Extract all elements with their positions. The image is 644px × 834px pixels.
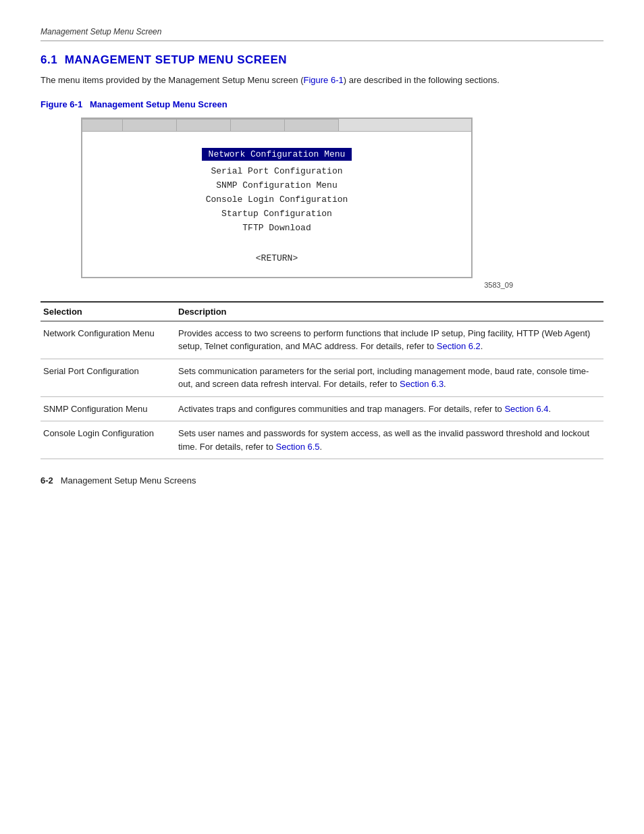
menu-item-1: Serial Port Configuration <box>82 166 471 176</box>
header-rule <box>41 41 603 41</box>
figure-6-1-link[interactable]: Figure 6-1 <box>304 75 344 85</box>
col2-header: Description <box>176 302 603 321</box>
data-table: Selection Description Network Configurat… <box>41 301 603 460</box>
menu-item-4: Startup Configuration <box>82 209 471 219</box>
terminal-tab-1 <box>82 119 123 131</box>
section-6-4-link[interactable]: Section 6.4 <box>504 404 548 414</box>
table-row: Serial Port Configuration Sets communica… <box>41 359 603 396</box>
menu-highlighted-item: Network Configuration Menu <box>202 148 352 161</box>
table-header-row: Selection Description <box>41 302 603 321</box>
page-footer: 6-2 Management Setup Menu Screens <box>41 475 603 486</box>
terminal-content: Network Configuration Menu Serial Port C… <box>82 132 471 277</box>
section-6-5-link[interactable]: Section 6.5 <box>276 442 320 452</box>
col1-header: Selection <box>41 302 176 321</box>
terminal-tab-3 <box>177 119 231 131</box>
terminal-tab-2 <box>123 119 177 131</box>
table-row: Network Configuration Menu Provides acce… <box>41 321 603 359</box>
row4-selection: Console Login Configuration <box>41 421 176 459</box>
row3-description: Activates traps and configures communiti… <box>176 396 603 421</box>
row4-description: Sets user names and passwords for system… <box>176 421 603 459</box>
menu-item-5: TFTP Download <box>82 223 471 233</box>
table-row: SNMP Configuration Menu Activates traps … <box>41 396 603 421</box>
figure-title: Figure 6-1 Management Setup Menu Screen <box>41 99 603 109</box>
section-6-2-link[interactable]: Section 6.2 <box>437 341 481 351</box>
section-intro: The menu items provided by the Managemen… <box>41 74 603 87</box>
terminal-return: <RETURN> <box>256 253 298 263</box>
row2-selection: Serial Port Configuration <box>41 359 176 396</box>
page-header-label: Management Setup Menu Screen <box>41 27 603 36</box>
terminal-tab-5 <box>285 119 339 131</box>
row2-description: Sets communication parameters for the se… <box>176 359 603 396</box>
table-row: Console Login Configuration Sets user na… <box>41 421 603 459</box>
menu-item-3: Console Login Configuration <box>82 194 471 205</box>
row1-selection: Network Configuration Menu <box>41 321 176 359</box>
row1-description: Provides access to two screens to perfor… <box>176 321 603 359</box>
terminal-tabs <box>82 119 471 132</box>
menu-item-2: SNMP Configuration Menu <box>82 180 471 190</box>
figure-note: 3583_09 <box>81 281 513 289</box>
row3-selection: SNMP Configuration Menu <box>41 396 176 421</box>
terminal-box: Network Configuration Menu Serial Port C… <box>81 118 473 278</box>
terminal-tab-4 <box>231 119 285 131</box>
section-6-3-link[interactable]: Section 6.3 <box>400 379 444 389</box>
section-title: 6.1 MANAGEMENT SETUP MENU SCREEN <box>41 53 603 67</box>
